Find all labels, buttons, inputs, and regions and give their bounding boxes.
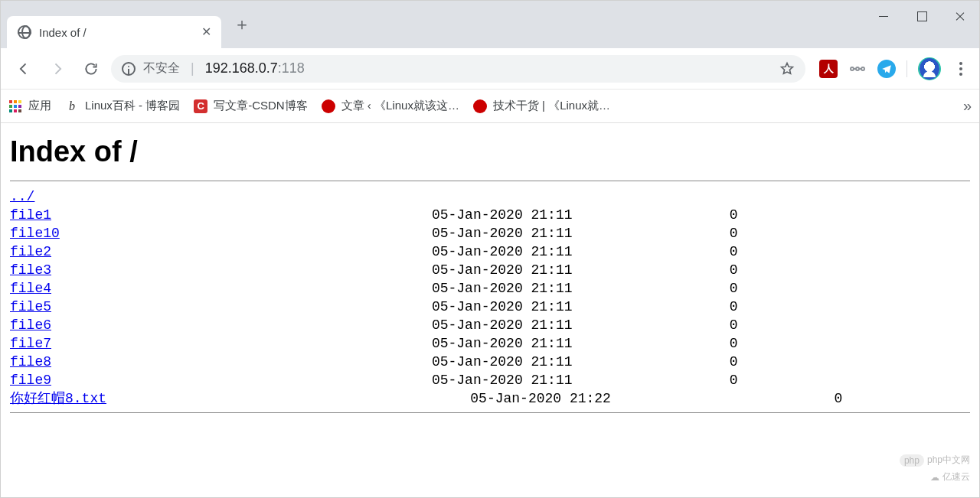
bookmark-item[interactable]: b Linux百科 - 博客园	[65, 99, 180, 113]
apps-grid-icon	[8, 99, 22, 113]
watermark: ☁亿速云	[930, 470, 970, 483]
watermark: phpphp中文网	[900, 454, 970, 467]
favicon-redhat-icon	[322, 99, 335, 113]
url-host: 192.168.0.7	[205, 60, 278, 76]
directory-listing: ../ file1 05-Jan-2020 21:11 0 file10 05-…	[10, 187, 970, 408]
file-link[interactable]: file9	[10, 373, 51, 388]
extension-syncthing-icon[interactable]	[848, 60, 867, 78]
favicon-cnblogs-icon: b	[65, 99, 79, 113]
file-link[interactable]: file3	[10, 262, 51, 278]
back-button[interactable]	[10, 55, 38, 83]
extension-adobe-icon[interactable]: 人	[819, 60, 838, 78]
url-port: :118	[278, 60, 305, 76]
favicon-csdn-icon: C	[194, 99, 207, 113]
bookmark-label: 应用	[28, 99, 51, 113]
divider	[10, 412, 970, 413]
bookmarks-overflow-button[interactable]: »	[963, 97, 972, 115]
parent-dir-link[interactable]: ../	[10, 189, 34, 204]
extension-icons: 人	[819, 57, 970, 80]
new-tab-button[interactable]: ＋	[229, 11, 255, 37]
bookmark-label: 技术干货 | 《Linux就…	[493, 99, 610, 113]
bookmark-label: 写文章-CSDN博客	[214, 99, 308, 113]
window-close-button[interactable]	[941, 1, 979, 31]
reload-button[interactable]	[77, 55, 105, 83]
toolbar-divider	[906, 60, 907, 77]
bookmark-star-button[interactable]	[779, 61, 795, 76]
avatar-icon	[920, 58, 939, 80]
browser-window: Index of / ✕ ＋ 不安全 | 192.168.0.7:118	[0, 0, 980, 498]
bookmark-item[interactable]: 文章 ‹ 《Linux就该这…	[322, 99, 459, 113]
page-content: Index of / ../ file1 05-Jan-2020 21:11 0…	[1, 123, 979, 413]
url-text: 192.168.0.7:118	[205, 60, 305, 76]
arrow-right-icon	[50, 61, 65, 76]
file-link[interactable]: file6	[10, 317, 51, 333]
globe-icon	[18, 25, 31, 39]
window-maximize-button[interactable]	[903, 1, 941, 31]
file-link[interactable]: file5	[10, 299, 51, 314]
site-info-icon[interactable]	[122, 62, 136, 76]
file-link[interactable]: file2	[10, 244, 51, 259]
bookmark-item[interactable]: C 写文章-CSDN博客	[194, 99, 308, 113]
star-icon	[779, 61, 795, 76]
bookmarks-bar: 应用 b Linux百科 - 博客园 C 写文章-CSDN博客 文章 ‹ 《Li…	[1, 90, 979, 123]
toolbar: 不安全 | 192.168.0.7:118 人	[1, 48, 979, 90]
file-link[interactable]: 你好红帽8.txt	[10, 391, 106, 406]
separator: |	[191, 60, 194, 76]
window-controls	[864, 1, 979, 31]
reload-icon	[83, 61, 99, 76]
svg-point-1	[856, 67, 859, 70]
bookmark-label: 文章 ‹ 《Linux就该这…	[341, 99, 459, 113]
bookmark-item[interactable]: 技术干货 | 《Linux就…	[473, 99, 610, 113]
forward-button[interactable]	[44, 55, 71, 83]
security-label: 不安全	[143, 60, 180, 76]
tab-close-button[interactable]: ✕	[200, 26, 212, 38]
address-bar[interactable]: 不安全 | 192.168.0.7:118	[111, 55, 805, 83]
bookmark-apps[interactable]: 应用	[8, 99, 51, 113]
chrome-menu-button[interactable]	[952, 62, 970, 76]
divider	[10, 181, 970, 181]
browser-tab[interactable]: Index of / ✕	[7, 16, 221, 48]
svg-point-2	[861, 67, 864, 70]
file-link[interactable]: file4	[10, 281, 51, 296]
file-link[interactable]: file8	[10, 354, 51, 369]
arrow-left-icon	[16, 61, 31, 76]
file-link[interactable]: file7	[10, 336, 51, 351]
file-link[interactable]: file1	[10, 207, 51, 223]
page-heading: Index of /	[10, 135, 970, 168]
titlebar: Index of / ✕ ＋	[1, 1, 979, 48]
window-minimize-button[interactable]	[864, 1, 903, 31]
profile-avatar-button[interactable]	[918, 57, 941, 80]
extension-telegram-icon[interactable]	[877, 60, 896, 78]
favicon-redhat-icon	[473, 99, 487, 113]
file-link[interactable]: file10	[10, 226, 60, 241]
tab-title: Index of /	[39, 26, 192, 39]
bookmark-label: Linux百科 - 博客园	[85, 99, 180, 113]
svg-point-0	[851, 67, 854, 70]
